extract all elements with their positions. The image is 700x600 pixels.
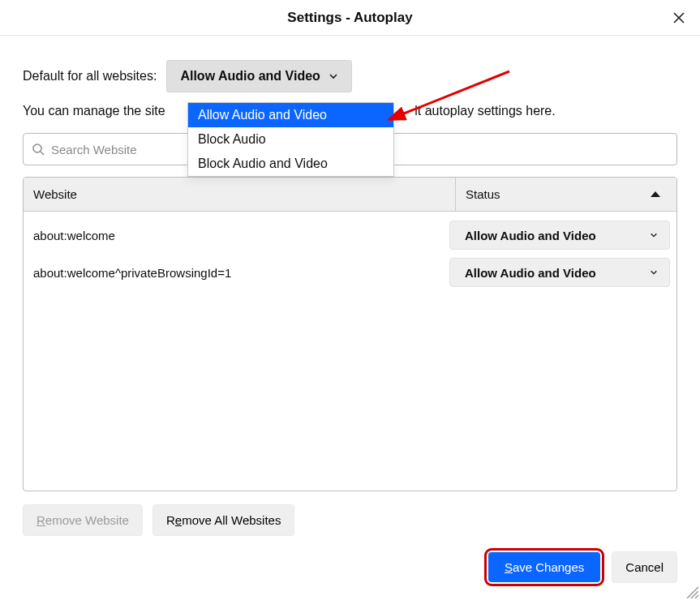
chevron-down-icon (650, 268, 658, 276)
column-header-website[interactable]: Website (24, 178, 456, 211)
chevron-down-icon (650, 231, 658, 239)
chevron-down-icon (329, 71, 338, 81)
close-button[interactable] (669, 8, 689, 28)
cell-website: about:welcome (30, 229, 449, 242)
titlebar: Settings - Autoplay (0, 0, 700, 36)
website-table: Website Status about:welcome Allow Audio… (23, 177, 677, 491)
default-row: Default for all websites: Allow Audio an… (23, 60, 677, 92)
save-button-highlight: Save Changes (487, 551, 602, 584)
table-row[interactable]: about:welcome Allow Audio and Video (30, 216, 670, 254)
dropdown-option-block-audio-video[interactable]: Block Audio and Video (188, 152, 393, 176)
footer-row-right: Save Changes Cancel (487, 551, 677, 584)
table-header: Website Status (24, 178, 676, 212)
default-select[interactable]: Allow Audio and Video (166, 60, 351, 92)
sort-ascending-icon (651, 191, 660, 197)
dropdown-option-allow-audio-video[interactable]: Allow Audio and Video (188, 103, 393, 127)
description-after: lt autoplay settings here. (414, 104, 555, 118)
default-select-dropdown[interactable]: Allow Audio and Video Block Audio Block … (187, 102, 394, 177)
table-body: about:welcome Allow Audio and Video abou… (24, 212, 676, 296)
svg-line-3 (41, 152, 44, 155)
svg-line-7 (695, 595, 698, 598)
svg-point-2 (33, 144, 41, 152)
remove-all-button[interactable]: Remove All Websites (152, 504, 294, 536)
remove-website-rest: emove Website (45, 513, 129, 527)
row-status-select[interactable]: Allow Audio and Video (449, 221, 670, 250)
row-status-select[interactable]: Allow Audio and Video (449, 258, 670, 287)
resize-grip[interactable] (684, 584, 698, 598)
remove-website-button[interactable]: Remove Website (23, 504, 143, 536)
close-icon (672, 11, 685, 24)
save-changes-button[interactable]: Save Changes (488, 552, 600, 582)
footer-row-left: Remove Website Remove All Websites (23, 504, 677, 536)
resize-grip-icon (684, 584, 698, 598)
svg-line-6 (691, 591, 698, 598)
description-before: You can manage the site (23, 104, 165, 118)
default-label: Default for all websites: (23, 69, 157, 84)
dropdown-option-block-audio[interactable]: Block Audio (188, 127, 393, 152)
cell-website: about:welcome^privateBrowsingId=1 (30, 266, 449, 280)
row-status-value: Allow Audio and Video (465, 229, 596, 242)
dialog-title: Settings - Autoplay (287, 10, 412, 26)
default-select-value: Allow Audio and Video (180, 69, 320, 84)
settings-dialog: Settings - Autoplay Default for all webs… (0, 0, 700, 600)
table-row[interactable]: about:welcome^privateBrowsingId=1 Allow … (30, 254, 670, 291)
cancel-button[interactable]: Cancel (612, 551, 677, 583)
search-icon (32, 143, 45, 156)
row-status-value: Allow Audio and Video (465, 266, 596, 280)
column-header-status[interactable]: Status (456, 178, 676, 211)
